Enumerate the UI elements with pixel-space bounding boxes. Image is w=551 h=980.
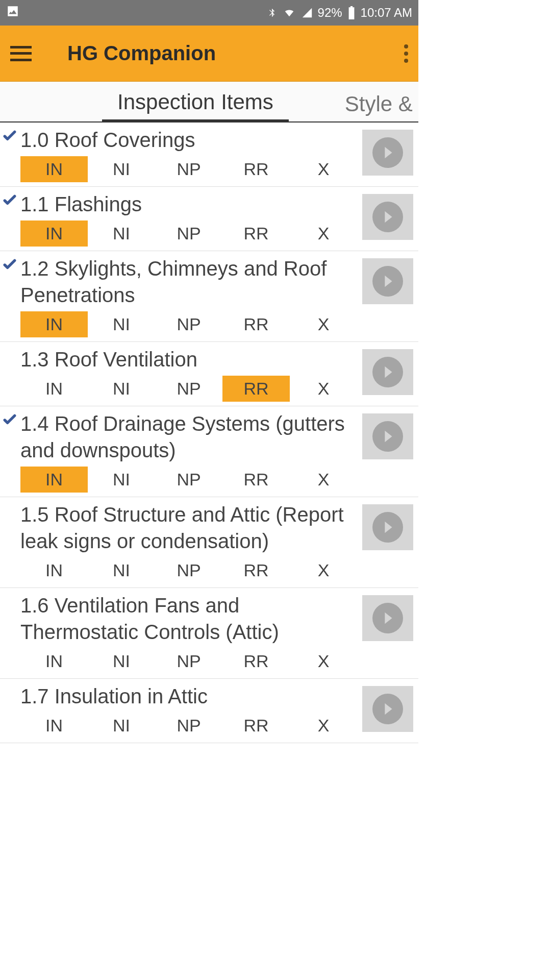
code-x[interactable]: X — [290, 156, 357, 182]
code-ni[interactable]: NI — [88, 557, 155, 583]
arrow-right-icon[interactable] — [362, 413, 413, 459]
code-rr[interactable]: RR — [222, 648, 290, 674]
item-title[interactable]: 1.6 Ventilation Fans and Thermostatic Co… — [20, 592, 362, 645]
item-title[interactable]: 1.2 Skylights, Chimneys and Roof Penetra… — [20, 255, 362, 308]
code-ni[interactable]: NI — [88, 220, 155, 247]
arrow-right-icon[interactable] — [362, 349, 413, 395]
status-bar: 92% 10:07 AM — [0, 0, 418, 26]
code-in[interactable]: IN — [20, 311, 88, 337]
check-icon — [2, 592, 20, 595]
code-np[interactable]: NP — [155, 467, 222, 493]
picture-icon — [6, 5, 19, 18]
svg-rect-0 — [349, 9, 354, 18]
wifi-icon — [282, 7, 296, 18]
code-ni[interactable]: NI — [88, 467, 155, 493]
arrow-right-icon[interactable] — [362, 194, 413, 240]
code-np[interactable]: NP — [155, 648, 222, 674]
check-icon — [2, 255, 20, 274]
inspection-list: 1.0 Roof CoveringsINNINPRRX1.1 Flashings… — [0, 122, 418, 743]
code-in[interactable]: IN — [20, 557, 88, 583]
app-title: HG Companion — [67, 42, 216, 65]
check-icon — [2, 191, 20, 209]
code-rr[interactable]: RR — [222, 467, 290, 493]
list-item: 1.4 Roof Drainage Systems (gutters and d… — [0, 406, 418, 497]
list-item: 1.3 Roof VentilationINNINPRRX — [0, 342, 418, 406]
code-x[interactable]: X — [290, 467, 357, 493]
check-icon — [2, 127, 20, 145]
item-title[interactable]: 1.4 Roof Drainage Systems (gutters and d… — [20, 410, 362, 463]
arrow-right-icon[interactable] — [362, 258, 413, 304]
arrow-right-icon[interactable] — [362, 504, 413, 550]
battery-icon — [347, 6, 356, 19]
check-icon — [2, 501, 20, 504]
code-x[interactable]: X — [290, 557, 357, 583]
code-x[interactable]: X — [290, 713, 357, 739]
code-np[interactable]: NP — [155, 156, 222, 182]
signal-icon — [302, 7, 313, 18]
list-item: 1.7 Insulation in AtticINNINPRRX — [0, 679, 418, 743]
bluetooth-icon — [267, 6, 277, 19]
overflow-menu-icon[interactable] — [404, 44, 408, 63]
code-np[interactable]: NP — [155, 557, 222, 583]
code-np[interactable]: NP — [155, 220, 222, 247]
item-title[interactable]: 1.7 Insulation in Attic — [20, 683, 213, 709]
code-in[interactable]: IN — [20, 467, 88, 493]
tab-style[interactable]: Style & — [330, 86, 418, 121]
battery-percent: 92% — [318, 6, 342, 20]
code-rr[interactable]: RR — [222, 220, 290, 247]
code-np[interactable]: NP — [155, 311, 222, 337]
clock-text: 10:07 AM — [361, 6, 412, 20]
code-x[interactable]: X — [290, 220, 357, 247]
code-ni[interactable]: NI — [88, 648, 155, 674]
code-ni[interactable]: NI — [88, 713, 155, 739]
code-rr[interactable]: RR — [222, 311, 290, 337]
code-np[interactable]: NP — [155, 713, 222, 739]
code-x[interactable]: X — [290, 376, 357, 402]
code-rr[interactable]: RR — [222, 713, 290, 739]
code-in[interactable]: IN — [20, 156, 88, 182]
tabs: Inspection Items Style & — [0, 82, 418, 122]
menu-icon[interactable] — [10, 46, 32, 61]
arrow-right-icon[interactable] — [362, 130, 413, 176]
code-in[interactable]: IN — [20, 376, 88, 402]
list-item: 1.5 Roof Structure and Attic (Report lea… — [0, 497, 418, 588]
list-item: 1.2 Skylights, Chimneys and Roof Penetra… — [0, 251, 418, 342]
app-bar: HG Companion — [0, 26, 418, 82]
arrow-right-icon[interactable] — [362, 595, 413, 641]
check-icon — [2, 410, 20, 429]
check-icon — [2, 683, 20, 686]
code-ni[interactable]: NI — [88, 311, 155, 337]
item-title[interactable]: 1.1 Flashings — [20, 191, 147, 217]
code-in[interactable]: IN — [20, 713, 88, 739]
code-ni[interactable]: NI — [88, 156, 155, 182]
list-item: 1.0 Roof CoveringsINNINPRRX — [0, 122, 418, 187]
item-title[interactable]: 1.0 Roof Coverings — [20, 127, 200, 153]
code-np[interactable]: NP — [155, 376, 222, 402]
code-x[interactable]: X — [290, 311, 357, 337]
list-item: 1.1 FlashingsINNINPRRX — [0, 187, 418, 251]
code-ni[interactable]: NI — [88, 376, 155, 402]
item-title[interactable]: 1.3 Roof Ventilation — [20, 346, 203, 373]
code-in[interactable]: IN — [20, 648, 88, 674]
arrow-right-icon[interactable] — [362, 686, 413, 732]
code-rr[interactable]: RR — [222, 557, 290, 583]
code-in[interactable]: IN — [20, 220, 88, 247]
code-rr[interactable]: RR — [222, 156, 290, 182]
list-item: 1.6 Ventilation Fans and Thermostatic Co… — [0, 588, 418, 679]
code-rr[interactable]: RR — [222, 376, 290, 402]
check-icon — [2, 346, 20, 349]
item-title[interactable]: 1.5 Roof Structure and Attic (Report lea… — [20, 501, 362, 554]
code-x[interactable]: X — [290, 648, 357, 674]
tab-inspection-items[interactable]: Inspection Items — [102, 84, 289, 122]
